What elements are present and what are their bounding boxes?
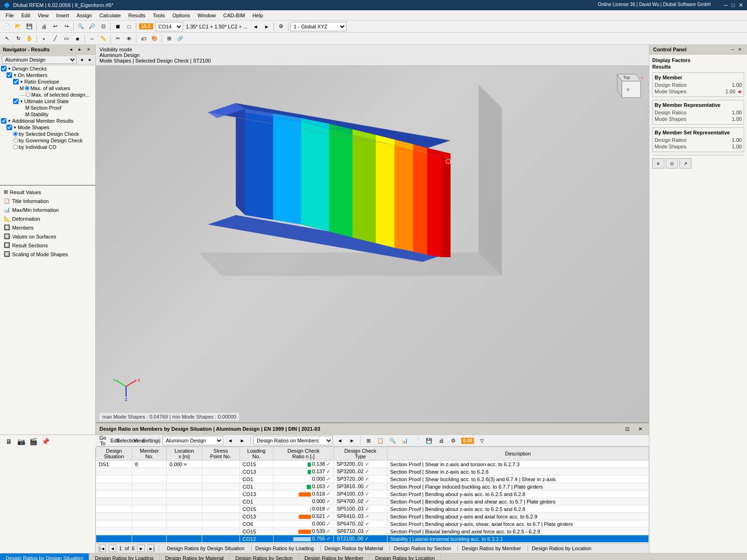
tb-zoom-all[interactable]: ⊡: [98, 22, 108, 31]
tb2-solid[interactable]: ■: [72, 34, 83, 43]
co-dropdown[interactable]: CO14: [155, 22, 183, 31]
minimize-btn[interactable]: ─: [724, 2, 728, 8]
tb-undo[interactable]: ↩: [50, 22, 60, 31]
rt-selection[interactable]: Selection: [122, 436, 132, 445]
menu-help[interactable]: Help: [249, 12, 267, 19]
table-row[interactable]: CO15 0.018 ✓ SP5100..03 ✓ Section Proof …: [96, 505, 649, 513]
tb2-pan[interactable]: ✋: [24, 34, 35, 43]
tb2-surface[interactable]: ▭: [61, 34, 71, 43]
btab-section[interactable]: Design Ratios by Section: [230, 553, 299, 560]
nav-uls[interactable]: ▼ Ultimate Limit State: [0, 98, 95, 105]
tb-next-co[interactable]: ►: [261, 22, 272, 31]
menu-insert[interactable]: Insert: [52, 12, 73, 19]
tb-render[interactable]: ◼: [113, 22, 123, 31]
table-row[interactable]: CO13 0.521 ✓ SP6410..03 ✓ Section Proof …: [96, 513, 649, 520]
table-row[interactable]: CO6 0.000 ✓ SP6470..02 ✓ Section Proof |…: [96, 520, 649, 528]
close-btn[interactable]: ✕: [739, 2, 743, 8]
rt-dd-prev[interactable]: ◄: [335, 436, 345, 445]
nav-cb-on-members[interactable]: [7, 72, 12, 78]
tb-prev-co[interactable]: ◄: [250, 22, 261, 31]
nav-section-proof[interactable]: M Section Proof: [0, 105, 95, 111]
navigator-module-dropdown[interactable]: Aluminum Design: [2, 56, 77, 64]
page-first[interactable]: |◄: [99, 545, 106, 552]
rt-icon1[interactable]: ⊞: [363, 436, 374, 445]
rt-icon7[interactable]: 🖨: [436, 436, 446, 445]
menu-options[interactable]: Options: [169, 12, 194, 19]
nav-max-selected[interactable]: — Max. of selected design...: [0, 91, 95, 98]
nav-mode-shapes[interactable]: ▼ Mode Shapes: [0, 124, 95, 131]
tb-open[interactable]: 📂: [13, 22, 23, 31]
tb-zoom-out[interactable]: 🔎: [87, 22, 97, 31]
table-row[interactable]: CO13 0.137 ✓ SP3200..02 ✓ Section Proof …: [96, 468, 649, 476]
cs-dropdown[interactable]: 1 - Global XYZ: [290, 22, 346, 31]
tb2-line[interactable]: ╱: [50, 34, 60, 43]
nav-next[interactable]: ►: [76, 46, 84, 53]
rt-icon5[interactable]: 📄: [412, 436, 422, 445]
tb2-clipping[interactable]: ✂: [113, 34, 123, 43]
sidebar-members[interactable]: 🔲 Members: [0, 223, 95, 232]
table-row[interactable]: CO13 0.518 ✓ SP4100..03 ✓ Section Proof …: [96, 490, 649, 498]
sidebar-values-surfaces[interactable]: 🔲 Values on Surfaces: [0, 232, 95, 241]
table-row[interactable]: CO1 0.163 ✓ SP3810..00 ✓ Section Proof |…: [96, 483, 649, 490]
table-row[interactable]: CO1 0.000 ✓ SP4700..02 ✓ Section Proof |…: [96, 498, 649, 505]
rt-icon8[interactable]: ⚙: [448, 436, 458, 445]
tb2-dim[interactable]: ↔: [87, 34, 97, 43]
page-last[interactable]: ►|: [148, 545, 155, 552]
table-row[interactable]: CO15 0.539 ✓ SP6710..03 ✓ Section Proof …: [96, 528, 649, 535]
tb-save[interactable]: 💾: [24, 22, 35, 31]
tb-settings[interactable]: ⚙: [276, 22, 286, 31]
nav-design-checks[interactable]: ▼ Design Checks: [0, 65, 95, 72]
nav-radio-max-all[interactable]: [25, 86, 29, 91]
sidebar-icon4[interactable]: 📌: [40, 437, 50, 446]
rt-module-dd[interactable]: Aluminum Design: [162, 436, 223, 445]
menu-calculate[interactable]: Calculate: [96, 12, 125, 19]
nav-cb-ms[interactable]: [7, 125, 12, 130]
maximize-btn[interactable]: □: [732, 2, 735, 8]
rt-prev[interactable]: ◄: [225, 436, 235, 445]
menu-cadbim[interactable]: CAD-BIM: [219, 12, 248, 19]
sidebar-scaling[interactable]: 🔲 Scaling of Mode Shapes: [0, 250, 95, 259]
rt-dd-next[interactable]: ►: [347, 436, 357, 445]
rt-filter[interactable]: ▽: [477, 436, 487, 445]
menu-view[interactable]: View: [34, 12, 53, 19]
tb2-grid[interactable]: ⊞: [164, 34, 174, 43]
page-prev[interactable]: ◄: [109, 545, 116, 552]
sidebar-title-info[interactable]: 📋 Title Information: [0, 196, 95, 205]
nav-add-results[interactable]: ▼ Additional Member Results: [0, 118, 95, 124]
nav-prev[interactable]: ◄: [67, 46, 75, 53]
nav-by-ind-co[interactable]: by Individual CO: [0, 144, 95, 150]
nav-radio-by-gov[interactable]: [13, 138, 18, 143]
nav-cb-add[interactable]: [1, 118, 7, 124]
rt-settings[interactable]: Settings: [146, 436, 156, 445]
results-table-container[interactable]: DesignSituation MemberNo. Locationx [m] …: [96, 447, 649, 543]
sidebar-icon2[interactable]: 📷: [16, 437, 26, 446]
nav-dd-prev[interactable]: ◄: [78, 56, 85, 63]
cp-tb-list[interactable]: ≡: [652, 158, 664, 168]
tb-redo[interactable]: ↪: [61, 22, 71, 31]
rt-icon6[interactable]: 💾: [424, 436, 434, 445]
btab-ds[interactable]: Design Ratios by Design Situation: [0, 553, 89, 560]
sidebar-result-values[interactable]: ⊞ Result Values: [0, 188, 95, 196]
table-row[interactable]: DS1 8 0.000 × CO15 0.138 ✓ SP3200..01 ✓ …: [96, 461, 649, 468]
cp-tb-export[interactable]: ↗: [679, 158, 691, 168]
tb2-rotate[interactable]: ↻: [13, 34, 23, 43]
tb-wire[interactable]: □: [124, 22, 134, 31]
tb2-render2[interactable]: 🎨: [149, 34, 160, 43]
nav-on-members[interactable]: ▼ On Members: [0, 72, 95, 78]
results-restore[interactable]: ⊡: [622, 424, 632, 434]
orientation-cube[interactable]: -y Top -X: [608, 70, 645, 107]
sidebar-result-sections[interactable]: 🔲 Result Sections: [0, 241, 95, 250]
menu-window[interactable]: Window: [194, 12, 219, 19]
viewport-canvas[interactable]: X Y Z -y To: [96, 66, 649, 422]
cp-minimize[interactable]: ─: [729, 46, 736, 53]
nav-cb-re[interactable]: [13, 79, 19, 84]
nav-cb-design-checks[interactable]: [1, 66, 7, 71]
sidebar-icon1[interactable]: 🖥: [4, 437, 14, 446]
rt-icon3[interactable]: 🔍: [388, 436, 398, 445]
tb2-visibility[interactable]: 👁: [124, 34, 134, 43]
rt-goto[interactable]: Go To: [98, 436, 108, 445]
sidebar-icon3[interactable]: 🎬: [28, 437, 38, 446]
menu-file[interactable]: File: [2, 12, 18, 19]
table-row[interactable]: CO1 0.000 ✓ SP3720..00 ✓ Section Proof |…: [96, 476, 649, 483]
nav-close[interactable]: ✕: [85, 46, 92, 53]
